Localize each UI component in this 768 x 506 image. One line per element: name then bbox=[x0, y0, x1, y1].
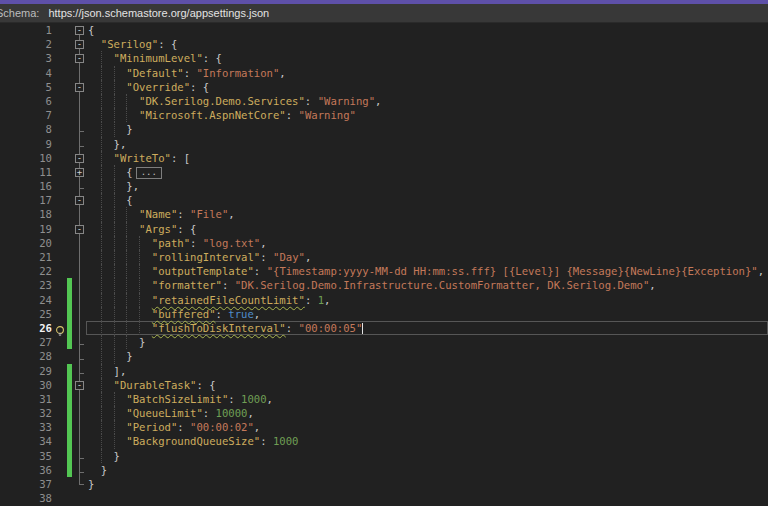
indent-guide bbox=[114, 165, 116, 179]
indent-guide bbox=[126, 222, 128, 236]
indent-guide bbox=[101, 264, 103, 278]
indent-guide bbox=[101, 66, 103, 80]
indent-guide bbox=[101, 434, 103, 448]
code-line[interactable]: 35} bbox=[0, 449, 768, 463]
indent-guide bbox=[114, 349, 116, 363]
token-key: "Name" bbox=[139, 208, 177, 220]
code-text: "Override": { bbox=[126, 80, 209, 94]
code-text: "BatchSizeLimit": 1000, bbox=[126, 392, 273, 406]
change-indicator bbox=[67, 406, 72, 420]
change-indicator bbox=[67, 378, 72, 392]
fold-collapse-icon[interactable]: - bbox=[75, 381, 84, 390]
schema-bar: Schema:https://json.schemastore.org/apps… bbox=[0, 4, 768, 23]
code-line[interactable]: 28} bbox=[0, 349, 768, 363]
code-text: } bbox=[139, 335, 145, 349]
line-number: 17 bbox=[0, 193, 52, 207]
token-keysq: "retainedFileCountLimit" bbox=[152, 294, 305, 306]
line-number: 5 bbox=[0, 80, 52, 94]
indent-guide bbox=[114, 250, 116, 264]
fold-collapse-icon[interactable]: - bbox=[75, 154, 84, 163]
code-line[interactable]: 6"DK.Serilog.Demo.Services": "Warning", bbox=[0, 94, 768, 108]
indent-guide bbox=[101, 80, 103, 94]
fold-collapse-icon[interactable]: - bbox=[75, 26, 84, 35]
code-line[interactable]: 9}, bbox=[0, 137, 768, 151]
code-text: }, bbox=[114, 137, 127, 151]
token-punct: : bbox=[177, 208, 190, 220]
code-line[interactable]: 23"formatter": "DK.Serilog.Demo.Infrastr… bbox=[0, 278, 768, 292]
code-line[interactable]: 16}, bbox=[0, 179, 768, 193]
code-text: } bbox=[101, 463, 107, 477]
folded-region-ellipsis[interactable]: ... bbox=[136, 167, 162, 179]
token-key: "outputTemplate" bbox=[152, 265, 254, 277]
token-key: "Args" bbox=[139, 223, 177, 235]
fold-collapse-icon[interactable]: - bbox=[75, 196, 84, 205]
line-number: 19 bbox=[0, 222, 52, 236]
code-line[interactable]: 4"Default": "Information", bbox=[0, 66, 768, 80]
code-line[interactable]: 3-"MinimumLevel": { bbox=[0, 51, 768, 65]
line-number: 27 bbox=[0, 335, 52, 349]
indent-guide bbox=[101, 137, 103, 151]
token-punct: , bbox=[758, 265, 764, 277]
code-line[interactable]: 17-{ bbox=[0, 193, 768, 207]
code-text: "Name": "File", bbox=[139, 207, 235, 221]
code-line[interactable]: 31"BatchSizeLimit": 1000, bbox=[0, 392, 768, 406]
code-editor[interactable]: 1-{2-"Serilog": {3-"MinimumLevel": {4"De… bbox=[0, 23, 768, 506]
fold-end-tick bbox=[80, 344, 84, 345]
code-line[interactable]: 5-"Override": { bbox=[0, 80, 768, 94]
code-line[interactable]: 30-"DurableTask": { bbox=[0, 378, 768, 392]
code-line[interactable]: 10-"WriteTo": [ bbox=[0, 151, 768, 165]
indent-guide bbox=[101, 250, 103, 264]
fold-collapse-icon[interactable]: - bbox=[75, 40, 84, 49]
code-line[interactable]: 25"buffered": true, bbox=[0, 307, 768, 321]
code-line[interactable]: 32"QueueLimit": 10000, bbox=[0, 406, 768, 420]
fold-end-tick bbox=[80, 188, 84, 189]
code-line[interactable]: 8} bbox=[0, 122, 768, 136]
code-line[interactable]: 20"path": "log.txt", bbox=[0, 236, 768, 250]
code-line[interactable]: 2-"Serilog": { bbox=[0, 37, 768, 51]
token-key: "rollingInterval" bbox=[152, 251, 260, 263]
indent-guide bbox=[101, 293, 103, 307]
code-line[interactable]: 27} bbox=[0, 335, 768, 349]
token-str: "log.txt" bbox=[203, 237, 260, 249]
code-line[interactable]: 7"Microsoft.AspnNetCore": "Warning" bbox=[0, 108, 768, 122]
indent-guide bbox=[101, 364, 103, 378]
code-line[interactable]: 37} bbox=[0, 477, 768, 491]
line-number: 16 bbox=[0, 179, 52, 193]
code-line[interactable]: 11+{... bbox=[0, 165, 768, 179]
code-line[interactable]: 26"flushToDiskInterval": "00:00:05" bbox=[0, 321, 768, 335]
token-punct: , bbox=[279, 67, 285, 79]
line-number: 32 bbox=[0, 406, 52, 420]
lightbulb-icon[interactable] bbox=[54, 322, 66, 334]
code-line[interactable]: 22"outputTemplate": "{Timestamp:yyyy-MM-… bbox=[0, 264, 768, 278]
code-line[interactable]: 1-{ bbox=[0, 23, 768, 37]
code-text: "flushToDiskInterval": "00:00:05" bbox=[152, 321, 363, 335]
code-line[interactable]: 24"retainedFileCountLimit": 1, bbox=[0, 293, 768, 307]
code-line[interactable]: 21"rollingInterval": "Day", bbox=[0, 250, 768, 264]
indent-guide bbox=[126, 307, 128, 321]
code-line[interactable]: 36} bbox=[0, 463, 768, 477]
code-line[interactable]: 38 bbox=[0, 491, 768, 505]
code-line[interactable]: 19-"Args": { bbox=[0, 222, 768, 236]
code-line[interactable]: 29], bbox=[0, 364, 768, 378]
token-punct: }, bbox=[114, 138, 127, 150]
line-number: 30 bbox=[0, 378, 52, 392]
code-line[interactable]: 33"Period": "00:00:02", bbox=[0, 420, 768, 434]
line-number: 33 bbox=[0, 420, 52, 434]
fold-collapse-icon[interactable]: - bbox=[75, 83, 84, 92]
schema-url-link[interactable]: https://json.schemastore.org/appsettings… bbox=[48, 7, 269, 19]
code-line[interactable]: 34"BackgroundQueueSize": 1000 bbox=[0, 434, 768, 448]
indent-guide bbox=[126, 236, 128, 250]
fold-expand-icon[interactable]: + bbox=[75, 168, 84, 177]
fold-collapse-icon[interactable]: - bbox=[75, 54, 84, 63]
code-line[interactable]: 18"Name": "File", bbox=[0, 207, 768, 221]
fold-collapse-icon[interactable]: - bbox=[75, 225, 84, 234]
line-number: 18 bbox=[0, 207, 52, 221]
line-number: 7 bbox=[0, 108, 52, 122]
fold-end-tick bbox=[80, 359, 84, 360]
indent-guide bbox=[101, 349, 103, 363]
line-number: 23 bbox=[0, 278, 52, 292]
code-text: } bbox=[114, 449, 120, 463]
line-number: 29 bbox=[0, 364, 52, 378]
code-text: "buffered": true, bbox=[152, 307, 260, 321]
indent-guide bbox=[101, 307, 103, 321]
